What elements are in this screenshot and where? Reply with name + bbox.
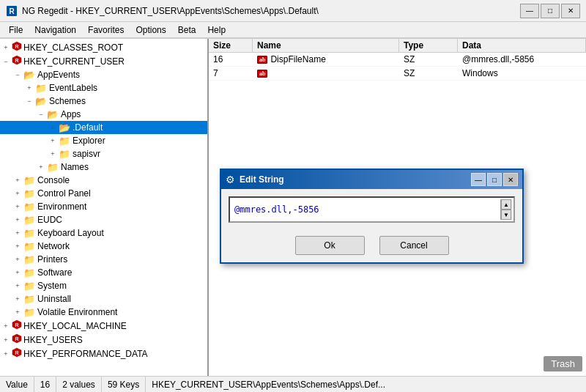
tree-label-hklm: HKEY_LOCAL_MACHINE [23, 321, 127, 331]
folder-icon-apps: 📂 [47, 109, 59, 120]
tree-item-network[interactable]: + 📁 Network [0, 240, 207, 253]
table-header: Size Name Type Data [209, 39, 586, 53]
tree-item-system[interactable]: + 📁 System [0, 279, 207, 292]
tree-item-eudc[interactable]: + 📁 EUDC [0, 213, 207, 226]
cell-size-2: 7 [209, 67, 253, 79]
dialog-maximize-button[interactable]: □ [487, 173, 502, 186]
expand-icon-sapisvr[interactable]: + [47, 148, 59, 160]
col-header-size[interactable]: Size [209, 39, 253, 52]
tree-item-software[interactable]: + 📁 Software [0, 266, 207, 279]
tree-label-hku: HKEY_USERS [23, 335, 83, 345]
expand-icon-software[interactable]: + [12, 267, 23, 278]
table-row[interactable]: 7 ab SZ Windows [209, 67, 586, 81]
expand-icon-eudc[interactable]: + [12, 214, 23, 226]
tree-label-hkcr: HKEY_CLASSES_ROOT [23, 42, 123, 53]
expand-icon-hkpd[interactable]: + [0, 348, 12, 360]
folder-icon-system: 📁 [23, 281, 35, 292]
expand-icon-printers[interactable]: + [12, 254, 23, 265]
tree-label-keyboard-layout: Keyboard Layout [37, 228, 104, 238]
menu-options[interactable]: Options [130, 23, 171, 37]
expand-icon-keyboard-layout[interactable]: + [12, 227, 23, 239]
tree-item-names[interactable]: + 📁 Names [0, 160, 207, 174]
menu-help[interactable]: Help [201, 23, 231, 37]
col-header-type[interactable]: Type [399, 39, 458, 52]
tree-item-hkcu[interactable]: − R HKEY_CURRENT_USER [0, 54, 207, 68]
hive-icon-hkpd: R [12, 347, 22, 358]
expand-icon-appevents[interactable]: − [12, 69, 23, 81]
svg-text:R: R [15, 44, 18, 49]
window-controls: — □ ✕ [520, 4, 580, 18]
tree-panel: + R HKEY_CLASSES_ROOT − R [0, 39, 209, 376]
menu-file[interactable]: File [3, 23, 29, 37]
expand-icon-console[interactable]: + [12, 174, 23, 186]
tree-item-environment[interactable]: + 📁 Environment [0, 200, 207, 213]
dialog-string-input[interactable] [231, 199, 500, 220]
trash-label: Trash [544, 356, 582, 371]
folder-icon-printers: 📁 [23, 254, 35, 265]
expand-icon-schemes[interactable]: − [23, 95, 35, 107]
tree-item-appevents[interactable]: − 📂 AppEvents [0, 68, 207, 81]
expand-icon-hku[interactable]: + [0, 334, 12, 346]
expand-icon-eventlabels[interactable]: + [23, 82, 35, 94]
dialog-minimize-button[interactable]: — [471, 173, 486, 186]
expand-icon-network[interactable]: + [12, 240, 23, 252]
dialog-cancel-button[interactable]: Cancel [379, 236, 449, 255]
cell-name-2: ab [253, 69, 399, 78]
tree-item-sapisvr[interactable]: + 📁 sapisvr [0, 147, 207, 160]
status-bar: Value 16 2 values 59 Keys HKEY_CURRENT_U… [0, 376, 586, 392]
expand-icon-hkcr[interactable]: + [0, 42, 12, 53]
tree-item-explorer[interactable]: + 📁 Explorer [0, 134, 207, 147]
cell-data-1: @mmres.dll,-5856 [458, 53, 586, 65]
expand-icon-default[interactable]: + [47, 122, 59, 133]
tree-item-keyboard-layout[interactable]: + 📁 Keyboard Layout [0, 226, 207, 240]
scroll-down-btn[interactable]: ▼ [501, 210, 511, 220]
maximize-button[interactable]: □ [541, 4, 560, 18]
folder-icon-appevents: 📂 [23, 70, 35, 81]
dialog-close-button[interactable]: ✕ [503, 173, 518, 186]
tree-item-apps[interactable]: − 📂 Apps [0, 108, 207, 121]
tree-item-eventlabels[interactable]: + 📁 EventLabels [0, 81, 207, 95]
dialog-ok-button[interactable]: Ok [295, 236, 365, 255]
ab-icon-2: ab [257, 70, 267, 78]
expand-icon-explorer[interactable]: + [47, 135, 59, 147]
expand-icon-hklm[interactable]: + [0, 320, 12, 332]
tree-item-control-panel[interactable]: + 📁 Control Panel [0, 187, 207, 200]
svg-text:R: R [15, 336, 18, 341]
tree-item-schemes[interactable]: − 📂 Schemes [0, 95, 207, 108]
tree-item-volatile-env[interactable]: + 📁 Volatile Environment [0, 306, 207, 319]
tree-item-hklm[interactable]: + R HKEY_LOCAL_MACHINE [0, 319, 207, 333]
folder-icon-eudc: 📁 [23, 215, 35, 226]
tree-item-uninstall[interactable]: + 📁 Uninstall [0, 292, 207, 306]
tree-item-default[interactable]: + 📂 .Default [0, 121, 207, 134]
tree-label-apps: Apps [61, 109, 81, 119]
col-header-data[interactable]: Data [458, 39, 586, 52]
expand-icon-hkcu[interactable]: − [0, 56, 12, 67]
dialog-scrollbar[interactable]: ▲ ▼ [500, 199, 512, 220]
tree-item-printers[interactable]: + 📁 Printers [0, 253, 207, 266]
tree-label-system: System [37, 281, 67, 291]
svg-text:R: R [9, 7, 15, 15]
tree-item-hkcr[interactable]: + R HKEY_CLASSES_ROOT [0, 40, 207, 54]
expand-icon-environment[interactable]: + [12, 201, 23, 212]
menu-navigation[interactable]: Navigation [29, 23, 82, 37]
col-header-name[interactable]: Name [253, 39, 399, 52]
scroll-up-btn[interactable]: ▲ [501, 199, 511, 210]
tree-item-hkpd[interactable]: + R HKEY_PERFORMANCE_DATA [0, 347, 207, 360]
minimize-button[interactable]: — [520, 4, 539, 18]
tree-label-software: Software [37, 267, 72, 278]
expand-icon-uninstall[interactable]: + [12, 293, 23, 305]
tree-item-console[interactable]: + 📁 Console [0, 174, 207, 187]
expand-icon-control-panel[interactable]: + [12, 188, 23, 199]
table-row[interactable]: 16 ab DispFileName SZ @mmres.dll,-5856 [209, 53, 586, 67]
tree-label-printers: Printers [37, 254, 67, 265]
tree-label-explorer: Explorer [73, 136, 105, 146]
menu-beta[interactable]: Beta [172, 23, 202, 37]
close-button[interactable]: ✕ [561, 4, 580, 18]
tree-item-hku[interactable]: + R HKEY_USERS [0, 333, 207, 347]
expand-icon-system[interactable]: + [12, 280, 23, 292]
tree-container[interactable]: + R HKEY_CLASSES_ROOT − R [0, 39, 207, 376]
menu-favorites[interactable]: Favorites [82, 23, 130, 37]
expand-icon-names[interactable]: + [35, 161, 47, 173]
expand-icon-volatile-env[interactable]: + [12, 306, 23, 318]
expand-icon-apps[interactable]: − [35, 108, 47, 120]
